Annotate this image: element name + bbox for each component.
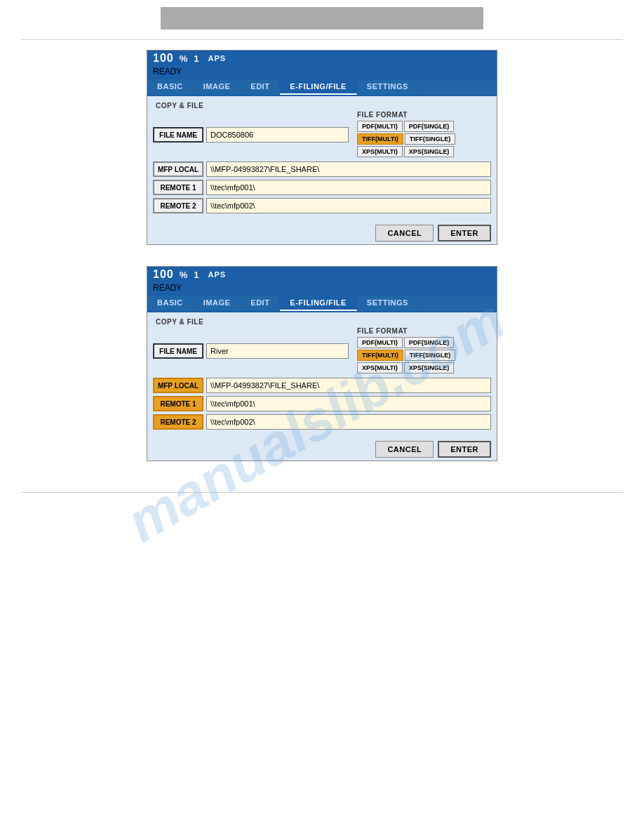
page-count-2: 1 [194,270,199,280]
tab-image-1[interactable]: IMAGE [194,79,241,95]
filename-field-1[interactable]: DOC850806 [206,127,349,143]
fmt-xps-multi-2[interactable]: XPS(MULTI) [357,362,403,373]
page-count-1: 1 [194,53,199,64]
fmt-tiff-single-1[interactable]: TIFF(SINGLE) [405,133,456,145]
file-format-section-2: FILE FORMAT PDF(MULTI) PDF(SINGLE) TIFF(… [357,327,491,375]
tab-bar-2: BASIC IMAGE EDIT E-FILING/FILE SETTINGS [147,296,497,312]
action-bar-1: CANCEL ENTER [147,220,497,244]
remote1-field-1[interactable]: \\tec\mfp001\ [206,180,491,195]
file-format-section-1: FILE FORMAT PDF(MULTI) PDF(SINGLE) TIFF(… [357,111,491,159]
mfp-panel-2: 100 % 1 APS READY BASIC IMAGE EDIT E-FIL… [147,266,497,461]
tab-efiling-2[interactable]: E-FILING/FILE [280,296,356,311]
mfplocal-field-2[interactable]: \\MFP-04993827\FILE_SHARE\ [206,378,491,393]
remote1-button-1[interactable]: REMOTE 1 [153,180,203,195]
ready-row-1: READY [147,66,497,79]
status-bar-2: 100 % 1 APS [147,267,497,282]
bottom-divider [21,492,623,493]
cancel-button-2[interactable]: CANCEL [375,441,434,458]
action-bar-2: CANCEL ENTER [147,437,497,461]
filename-row-2: FILE NAME River FILE FORMAT PDF(MULTI) P… [153,327,491,375]
status-bar-1: 100 % 1 APS [147,51,497,66]
format-buttons-row1-1: PDF(MULTI) PDF(SINGLE) TIFF(MULTI) TIFF(… [357,121,491,145]
tab-edit-1[interactable]: EDIT [241,79,280,95]
remote2-field-2[interactable]: \\tec\mfp002\ [206,414,491,430]
ready-label-2: READY [153,283,182,293]
filename-field-2[interactable]: River [206,343,349,359]
tab-settings-2[interactable]: SETTINGS [357,296,419,311]
ready-row-2: READY [147,282,497,296]
remote2-row-2: REMOTE 2 \\tec\mfp002\ [153,414,491,430]
remote1-field-2[interactable]: \\tec\mfp001\ [206,396,491,411]
top-divider [21,39,623,40]
filename-button-1[interactable]: FILE NAME [153,127,203,143]
remote2-field-1[interactable]: \\tec\mfp002\ [206,198,491,213]
zoom-percent-2: 100 [153,268,174,281]
cancel-button-1[interactable]: CANCEL [375,225,434,241]
format-buttons-row2-2: XPS(MULTI) XPS(SINGLE) [357,362,491,373]
remote1-row-2: REMOTE 1 \\tec\mfp001\ [153,396,491,411]
percent-symbol-1: % [180,53,189,64]
format-buttons-row2-1: XPS(MULTI) XPS(SINGLE) [357,146,491,157]
zoom-percent-1: 100 [153,52,174,65]
tab-image-2[interactable]: IMAGE [194,296,241,311]
mfp-local-row-1: MFP LOCAL \\MFP-04993827\FILE_SHARE\ [153,161,491,177]
fmt-xps-single-1[interactable]: XPS(SINGLE) [404,146,455,157]
fmt-pdf-single-1[interactable]: PDF(SINGLE) [404,121,455,132]
tab-edit-2[interactable]: EDIT [241,296,280,311]
tab-basic-2[interactable]: BASIC [147,296,194,311]
fmt-pdf-single-2[interactable]: PDF(SINGLE) [404,337,455,348]
format-buttons-row1-2: PDF(MULTI) PDF(SINGLE) TIFF(MULTI) TIFF(… [357,337,491,361]
section-label-2: COPY & FILE [153,317,491,327]
aps-label-1: APS [208,54,227,62]
remote1-row-1: REMOTE 1 \\tec\mfp001\ [153,180,491,195]
panel-container: 100 % 1 APS READY BASIC IMAGE EDIT E-FIL… [0,50,644,482]
tab-settings-1[interactable]: SETTINGS [357,79,419,95]
remote2-row-1: REMOTE 2 \\tec\mfp002\ [153,198,491,213]
fmt-xps-single-2[interactable]: XPS(SINGLE) [404,362,455,373]
content-area-1: COPY & FILE FILE NAME DOC850806 FILE FOR… [147,96,497,220]
fmt-pdf-multi-1[interactable]: PDF(MULTI) [357,121,403,132]
tab-bar-1: BASIC IMAGE EDIT E-FILING/FILE SETTINGS [147,79,497,96]
section-label-1: COPY & FILE [153,100,491,111]
mfplocal-button-1[interactable]: MFP LOCAL [153,161,203,177]
mfp-local-row-2: MFP LOCAL \\MFP-04993827\FILE_SHARE\ [153,378,491,393]
enter-button-2[interactable]: ENTER [438,441,491,458]
mfp-panel-1: 100 % 1 APS READY BASIC IMAGE EDIT E-FIL… [147,50,497,245]
remote2-button-2[interactable]: REMOTE 2 [153,414,203,430]
fmt-tiff-single-2[interactable]: TIFF(SINGLE) [405,350,456,361]
ready-label-1: READY [153,67,182,77]
remote1-button-2[interactable]: REMOTE 1 [153,396,203,411]
fmt-xps-multi-1[interactable]: XPS(MULTI) [357,146,403,157]
fmt-pdf-multi-2[interactable]: PDF(MULTI) [357,337,403,348]
tab-efiling-1[interactable]: E-FILING/FILE [280,79,356,95]
remote2-button-1[interactable]: REMOTE 2 [153,198,203,213]
aps-label-2: APS [208,270,227,279]
filename-row-1: FILE NAME DOC850806 FILE FORMAT PDF(MULT… [153,111,491,159]
filename-button-2[interactable]: FILE NAME [153,343,203,359]
tab-basic-1[interactable]: BASIC [147,79,194,95]
percent-symbol-2: % [180,270,189,280]
top-bar [161,7,483,29]
content-area-2: COPY & FILE FILE NAME River FILE FORMAT … [147,312,497,437]
mfplocal-button-2[interactable]: MFP LOCAL [153,378,203,393]
file-format-label-1: FILE FORMAT [357,111,491,119]
enter-button-1[interactable]: ENTER [438,225,491,241]
file-format-label-2: FILE FORMAT [357,327,491,335]
mfplocal-field-1[interactable]: \\MFP-04993827\FILE_SHARE\ [206,161,491,177]
fmt-tiff-multi-2[interactable]: TIFF(MULTI) [357,350,403,361]
fmt-tiff-multi-1[interactable]: TIFF(MULTI) [357,133,403,145]
